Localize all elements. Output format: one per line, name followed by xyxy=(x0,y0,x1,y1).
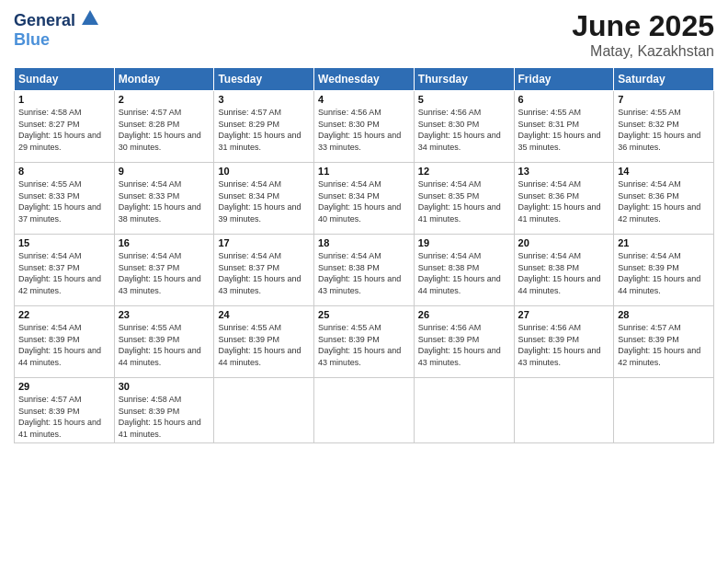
page: General Blue June 2025 Matay, Kazakhstan… xyxy=(0,0,728,563)
calendar-row: 22 Sunrise: 4:54 AM Sunset: 8:39 PM Dayl… xyxy=(15,306,714,378)
day-number: 29 xyxy=(18,381,110,392)
day-cell-29: 29 Sunrise: 4:57 AM Sunset: 8:39 PM Dayl… xyxy=(15,378,115,443)
day-number: 9 xyxy=(119,166,210,177)
day-number: 28 xyxy=(618,309,710,320)
day-number: 16 xyxy=(119,237,210,248)
day-cell-1: 1 Sunrise: 4:58 AM Sunset: 8:27 PM Dayli… xyxy=(15,91,115,163)
day-info: Sunrise: 4:54 AM Sunset: 8:37 PM Dayligh… xyxy=(218,250,310,296)
day-info: Sunrise: 4:54 AM Sunset: 8:39 PM Dayligh… xyxy=(618,250,710,296)
day-cell-5: 5 Sunrise: 4:56 AM Sunset: 8:30 PM Dayli… xyxy=(414,91,514,163)
calendar-table: Sunday Monday Tuesday Wednesday Thursday… xyxy=(14,67,714,443)
day-info: Sunrise: 4:54 AM Sunset: 8:35 PM Dayligh… xyxy=(418,178,510,224)
day-info: Sunrise: 4:54 AM Sunset: 8:36 PM Dayligh… xyxy=(618,178,710,224)
day-number: 19 xyxy=(418,237,510,248)
day-number: 7 xyxy=(618,94,710,105)
svg-marker-0 xyxy=(82,10,98,25)
day-cell-24: 24 Sunrise: 4:55 AM Sunset: 8:39 PM Dayl… xyxy=(214,306,314,378)
day-cell-19: 19 Sunrise: 4:54 AM Sunset: 8:38 PM Dayl… xyxy=(414,235,514,306)
empty-cell xyxy=(414,378,514,443)
day-number: 25 xyxy=(318,309,410,320)
title-block: June 2025 Matay, Kazakhstan xyxy=(572,9,714,60)
day-cell-26: 26 Sunrise: 4:56 AM Sunset: 8:39 PM Dayl… xyxy=(414,306,514,378)
header: General Blue June 2025 Matay, Kazakhstan xyxy=(14,9,714,60)
day-cell-14: 14 Sunrise: 4:54 AM Sunset: 8:36 PM Dayl… xyxy=(614,163,714,235)
day-info: Sunrise: 4:54 AM Sunset: 8:38 PM Dayligh… xyxy=(418,250,510,296)
day-info: Sunrise: 4:54 AM Sunset: 8:39 PM Dayligh… xyxy=(18,322,110,368)
day-info: Sunrise: 4:54 AM Sunset: 8:33 PM Dayligh… xyxy=(119,178,210,224)
day-cell-3: 3 Sunrise: 4:57 AM Sunset: 8:29 PM Dayli… xyxy=(214,91,314,163)
day-info: Sunrise: 4:54 AM Sunset: 8:38 PM Dayligh… xyxy=(318,250,410,296)
day-number: 13 xyxy=(518,166,610,177)
calendar-row: 8 Sunrise: 4:55 AM Sunset: 8:33 PM Dayli… xyxy=(15,163,714,235)
col-monday: Monday xyxy=(114,68,214,91)
day-cell-11: 11 Sunrise: 4:54 AM Sunset: 8:34 PM Dayl… xyxy=(314,163,415,235)
day-cell-6: 6 Sunrise: 4:55 AM Sunset: 8:31 PM Dayli… xyxy=(514,91,614,163)
day-number: 18 xyxy=(318,237,410,248)
day-cell-17: 17 Sunrise: 4:54 AM Sunset: 8:37 PM Dayl… xyxy=(214,235,314,306)
col-sunday: Sunday xyxy=(15,68,115,91)
day-number: 6 xyxy=(518,94,610,105)
day-number: 4 xyxy=(318,94,410,105)
day-info: Sunrise: 4:55 AM Sunset: 8:31 PM Dayligh… xyxy=(518,107,610,153)
day-info: Sunrise: 4:57 AM Sunset: 8:39 PM Dayligh… xyxy=(618,322,710,368)
day-info: Sunrise: 4:55 AM Sunset: 8:39 PM Dayligh… xyxy=(218,322,310,368)
col-saturday: Saturday xyxy=(614,68,714,91)
day-info: Sunrise: 4:57 AM Sunset: 8:29 PM Dayligh… xyxy=(218,107,310,153)
day-cell-13: 13 Sunrise: 4:54 AM Sunset: 8:36 PM Dayl… xyxy=(514,163,614,235)
empty-cell xyxy=(614,378,714,443)
col-friday: Friday xyxy=(514,68,614,91)
day-number: 10 xyxy=(218,166,310,177)
day-number: 1 xyxy=(18,94,110,105)
empty-cell xyxy=(214,378,314,443)
day-cell-21: 21 Sunrise: 4:54 AM Sunset: 8:39 PM Dayl… xyxy=(614,235,714,306)
day-number: 21 xyxy=(618,237,710,248)
day-cell-20: 20 Sunrise: 4:54 AM Sunset: 8:38 PM Dayl… xyxy=(514,235,614,306)
day-info: Sunrise: 4:55 AM Sunset: 8:32 PM Dayligh… xyxy=(618,107,710,153)
day-info: Sunrise: 4:54 AM Sunset: 8:38 PM Dayligh… xyxy=(518,250,610,296)
calendar-row: 1 Sunrise: 4:58 AM Sunset: 8:27 PM Dayli… xyxy=(15,91,714,163)
day-info: Sunrise: 4:57 AM Sunset: 8:39 PM Dayligh… xyxy=(18,394,110,440)
day-number: 27 xyxy=(518,309,610,320)
day-number: 26 xyxy=(418,309,510,320)
day-number: 20 xyxy=(518,237,610,248)
day-number: 24 xyxy=(218,309,310,320)
location-title: Matay, Kazakhstan xyxy=(572,43,714,60)
day-number: 15 xyxy=(18,237,110,248)
logo-text: General xyxy=(14,9,98,30)
logo: General Blue xyxy=(14,9,98,50)
day-cell-25: 25 Sunrise: 4:55 AM Sunset: 8:39 PM Dayl… xyxy=(314,306,415,378)
day-number: 3 xyxy=(218,94,310,105)
day-cell-22: 22 Sunrise: 4:54 AM Sunset: 8:39 PM Dayl… xyxy=(15,306,115,378)
col-wednesday: Wednesday xyxy=(314,68,415,91)
day-cell-8: 8 Sunrise: 4:55 AM Sunset: 8:33 PM Dayli… xyxy=(15,163,115,235)
month-title: June 2025 xyxy=(572,9,714,43)
day-info: Sunrise: 4:54 AM Sunset: 8:37 PM Dayligh… xyxy=(119,250,210,296)
day-cell-18: 18 Sunrise: 4:54 AM Sunset: 8:38 PM Dayl… xyxy=(314,235,415,306)
day-cell-9: 9 Sunrise: 4:54 AM Sunset: 8:33 PM Dayli… xyxy=(114,163,214,235)
day-number: 30 xyxy=(119,381,210,392)
day-cell-7: 7 Sunrise: 4:55 AM Sunset: 8:32 PM Dayli… xyxy=(614,91,714,163)
col-thursday: Thursday xyxy=(414,68,514,91)
day-info: Sunrise: 4:56 AM Sunset: 8:39 PM Dayligh… xyxy=(518,322,610,368)
col-tuesday: Tuesday xyxy=(214,68,314,91)
day-cell-28: 28 Sunrise: 4:57 AM Sunset: 8:39 PM Dayl… xyxy=(614,306,714,378)
day-number: 12 xyxy=(418,166,510,177)
day-cell-16: 16 Sunrise: 4:54 AM Sunset: 8:37 PM Dayl… xyxy=(114,235,214,306)
day-info: Sunrise: 4:54 AM Sunset: 8:34 PM Dayligh… xyxy=(318,178,410,224)
day-info: Sunrise: 4:58 AM Sunset: 8:39 PM Dayligh… xyxy=(119,394,210,440)
day-info: Sunrise: 4:56 AM Sunset: 8:30 PM Dayligh… xyxy=(318,107,410,153)
calendar-row: 29 Sunrise: 4:57 AM Sunset: 8:39 PM Dayl… xyxy=(15,378,714,443)
calendar-header-row: Sunday Monday Tuesday Wednesday Thursday… xyxy=(15,68,714,91)
day-cell-27: 27 Sunrise: 4:56 AM Sunset: 8:39 PM Dayl… xyxy=(514,306,614,378)
day-cell-12: 12 Sunrise: 4:54 AM Sunset: 8:35 PM Dayl… xyxy=(414,163,514,235)
day-number: 5 xyxy=(418,94,510,105)
day-info: Sunrise: 4:56 AM Sunset: 8:30 PM Dayligh… xyxy=(418,107,510,153)
calendar-row: 15 Sunrise: 4:54 AM Sunset: 8:37 PM Dayl… xyxy=(15,235,714,306)
day-cell-15: 15 Sunrise: 4:54 AM Sunset: 8:37 PM Dayl… xyxy=(15,235,115,306)
day-info: Sunrise: 4:56 AM Sunset: 8:39 PM Dayligh… xyxy=(418,322,510,368)
day-number: 8 xyxy=(18,166,110,177)
day-cell-23: 23 Sunrise: 4:55 AM Sunset: 8:39 PM Dayl… xyxy=(114,306,214,378)
day-number: 17 xyxy=(218,237,310,248)
day-cell-10: 10 Sunrise: 4:54 AM Sunset: 8:34 PM Dayl… xyxy=(214,163,314,235)
day-info: Sunrise: 4:55 AM Sunset: 8:39 PM Dayligh… xyxy=(119,322,210,368)
